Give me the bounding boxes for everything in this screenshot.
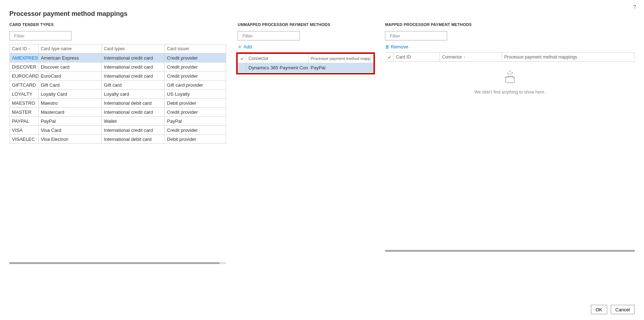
cell-card-issuer: Credit provider (165, 108, 226, 116)
unmapped-panel: UNMAPPED PROCESSOR PAYMENT METHODS Add C… (238, 22, 373, 264)
cell-card-types: Wallet (102, 117, 165, 125)
col-card-types[interactable]: Card types (102, 44, 165, 53)
mapped-panel: MAPPED PROCESSOR PAYMENT METHODS Remove … (385, 22, 635, 264)
cell-card-id[interactable]: MASTER (10, 108, 39, 116)
table-row[interactable]: DISCOVERDiscover cardInternational credi… (10, 62, 226, 72)
ok-button[interactable]: OK (591, 305, 607, 314)
cell-card-type-name: Mastercard (39, 108, 102, 116)
cell-card-type-name: EuroCard (39, 72, 102, 80)
table-row[interactable]: PAYPALPayPalWalletPayPal (10, 117, 226, 126)
empty-message: We didn't find anything to show here. (385, 90, 635, 95)
add-button[interactable]: Add (238, 44, 252, 49)
cell-card-id[interactable]: EUROCARD (10, 72, 39, 80)
cell-mappings: PayPal (308, 63, 371, 72)
cell-card-id[interactable]: PAYPAL (10, 117, 39, 125)
cell-card-types: International credit card (102, 126, 165, 134)
col-mappings[interactable]: Processor payment method mappings (502, 53, 635, 61)
cell-card-type-name: Loyalty Card (39, 90, 102, 98)
table-header-row: Connector Processor payment method mappi… (238, 54, 373, 63)
cell-card-id[interactable]: LOYALTY (10, 90, 39, 98)
cell-select[interactable] (238, 63, 246, 72)
cell-card-types: Loyalty card (102, 90, 165, 98)
add-label: Add (243, 44, 252, 49)
col-select-all[interactable] (238, 54, 246, 63)
table-row[interactable]: VISAVisa CardInternational credit cardCr… (10, 126, 226, 135)
dialog-footer: OK Cancel (591, 305, 635, 314)
col-card-type-name[interactable]: Card type name (39, 44, 102, 53)
cell-card-type-name: Visa Electron (39, 135, 102, 143)
empty-box-icon (501, 68, 519, 86)
card-tender-filter-input[interactable] (13, 33, 75, 39)
col-card-issuer[interactable]: Card issuer (165, 44, 226, 53)
mapped-filter[interactable] (385, 31, 447, 40)
unmapped-highlight-box: Connector Processor payment method mappi… (236, 52, 375, 74)
check-icon (387, 55, 392, 59)
cell-card-types: Gift card (102, 81, 165, 89)
col-mappings[interactable]: Processor payment method mappings (308, 54, 371, 63)
cell-card-type-name: PayPal (39, 117, 102, 125)
svg-point-14 (507, 73, 508, 74)
cell-card-id[interactable]: VISA (10, 126, 39, 134)
cell-card-issuer: Credit provider (165, 62, 226, 71)
cell-card-id[interactable]: VISAELEC (10, 135, 39, 143)
cell-card-id[interactable]: AMEXPRESS (10, 53, 39, 62)
cell-connector: Dynamics 365 Payment Connect... (246, 63, 308, 72)
col-connector[interactable]: Connector (246, 54, 308, 63)
unmapped-filter-input[interactable] (242, 33, 304, 39)
remove-button[interactable]: Remove (385, 44, 408, 49)
col-card-id[interactable]: Card ID↑ (10, 44, 39, 53)
cell-card-type-name: Maestro (39, 99, 102, 107)
cell-card-type-name: Gift Card (39, 81, 102, 89)
sort-asc-icon: ↑ (463, 55, 465, 59)
col-card-id-label: Card ID (12, 46, 27, 51)
table-row[interactable]: Dynamics 365 Payment Connect...PayPal (238, 63, 373, 72)
cell-card-types: International credit card (102, 62, 165, 71)
unmapped-grid: Connector Processor payment method mappi… (238, 54, 373, 72)
table-row[interactable]: MASTERMastercardInternational credit car… (10, 108, 226, 117)
cell-card-id[interactable]: DISCOVER (10, 62, 39, 71)
col-connector-label: Connector (442, 55, 462, 60)
svg-rect-8 (386, 46, 388, 48)
mapped-title: MAPPED PROCESSOR PAYMENT METHODS (385, 22, 635, 27)
card-tender-filter[interactable] (9, 31, 72, 40)
table-row[interactable]: LOYALTYLoyalty CardLoyalty cardUS Loyalt… (10, 90, 226, 99)
cell-card-types: International debit card (102, 135, 165, 143)
plus-icon (238, 45, 242, 49)
cell-card-issuer: Debit provider (165, 99, 226, 107)
svg-rect-13 (506, 77, 514, 83)
cell-card-id[interactable]: GIFTCARD (10, 81, 39, 89)
table-row[interactable]: AMEXPRESSAmerican ExpressInternational c… (10, 53, 226, 62)
cell-card-type-name: American Express (39, 53, 102, 62)
table-header-row: Card ID Connector↑ Processor payment met… (385, 53, 635, 62)
cancel-button[interactable]: Cancel (611, 305, 635, 314)
cell-card-type-name: Discover card (39, 62, 102, 71)
page-title: Processor payment method mappings (9, 10, 127, 18)
cell-card-id[interactable]: MAESTRO (10, 99, 39, 107)
unmapped-filter[interactable] (238, 31, 300, 40)
table-header-row: Card ID↑ Card type name Card types Card … (10, 44, 226, 53)
table-row[interactable]: EUROCARDEuroCardInternational credit car… (10, 72, 226, 81)
horizontal-scrollbar[interactable] (385, 250, 635, 252)
help-icon[interactable]: ? (633, 4, 636, 10)
card-tender-grid: Card ID↑ Card type name Card types Card … (9, 44, 226, 144)
check-icon (240, 56, 244, 61)
table-row[interactable]: VISAELECVisa ElectronInternational debit… (10, 135, 226, 144)
cell-card-type-name: Visa Card (39, 126, 102, 134)
cell-card-issuer: Credit provider (165, 126, 226, 134)
mapped-filter-input[interactable] (389, 33, 451, 39)
col-select-all[interactable] (385, 53, 394, 61)
cell-card-issuer: Debit provider (165, 135, 226, 143)
cell-card-types: International debit card (102, 99, 165, 107)
mapped-grid: Card ID Connector↑ Processor payment met… (385, 52, 635, 62)
unmapped-title: UNMAPPED PROCESSOR PAYMENT METHODS (238, 22, 373, 27)
empty-state: We didn't find anything to show here. (385, 62, 635, 95)
horizontal-scrollbar[interactable] (9, 262, 226, 264)
sort-asc-icon: ↑ (28, 47, 30, 51)
col-connector[interactable]: Connector↑ (440, 53, 502, 61)
table-row[interactable]: GIFTCARDGift CardGift cardGift card prov… (10, 81, 226, 90)
cell-card-issuer: Credit provider (165, 53, 226, 62)
svg-point-16 (510, 71, 510, 72)
col-card-id[interactable]: Card ID (394, 53, 440, 61)
trash-icon (385, 45, 389, 49)
table-row[interactable]: MAESTROMaestroInternational debit cardDe… (10, 99, 226, 108)
